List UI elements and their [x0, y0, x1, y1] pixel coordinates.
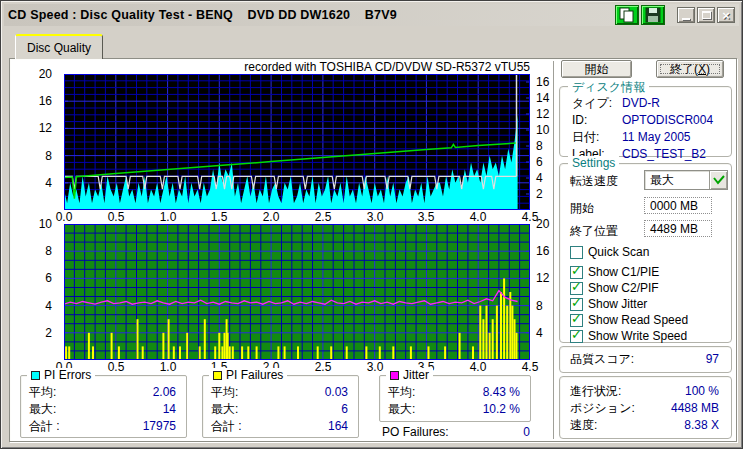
axis-tick-label: 20 [39, 67, 52, 81]
disc-info-group: ディスク情報 タイプ:DVD-R ID:OPTODISCR004 日付:11 M… [559, 86, 732, 157]
checkbox-quick-scan[interactable]: ✓ Quick Scan [570, 245, 649, 259]
checkbox-show-read-speed[interactable]: ✓ Show Read Speed [570, 313, 688, 327]
axis-tick-label: 16 [536, 75, 549, 89]
bottom-chart-left-axis: 246810 [18, 224, 58, 360]
app-window: CD Speed : Disc Quality Test - BENQ DVD … [0, 0, 743, 449]
axis-tick-label: 3.0 [367, 210, 384, 224]
disc-info-row: ID:OPTODISCR004 [560, 112, 731, 129]
end-position-label: 終了位置 [570, 223, 618, 240]
stat-row: 合計 :17975 [21, 418, 186, 435]
check-icon: ✓ [571, 328, 582, 341]
po-failures-row: PO Failures: 0 [379, 425, 534, 440]
axis-tick-label: 0.5 [108, 360, 125, 374]
minimize-icon [682, 18, 690, 20]
checkbox-show-c1-pie[interactable]: ✓ Show C1/PIE [570, 265, 659, 279]
close-button[interactable]: × [717, 7, 735, 23]
axis-tick-label: 4 [536, 326, 543, 340]
axis-tick-label: 3.0 [367, 360, 384, 374]
start-position-label: 開始 [570, 200, 594, 217]
exit-button[interactable]: 終了(X) [656, 60, 724, 78]
quality-score-row: 品質スコア: 97 [560, 351, 731, 368]
top-chart-x-axis: 0.00.51.01.52.02.53.03.54.04.5 [64, 210, 538, 223]
pi-failures-legend: PI Failures [209, 368, 287, 382]
tab-disc-quality[interactable]: Disc Quality [15, 34, 103, 59]
axis-tick-label: 2 [45, 326, 52, 340]
stat-row: 平均:8.43 % [380, 384, 530, 401]
start-position-field[interactable]: 0000 MB [644, 197, 712, 214]
axis-tick-label: 6 [536, 155, 543, 169]
pi-failures-swatch [213, 371, 222, 380]
axis-tick-label: 8 [536, 139, 543, 153]
stat-row: 最大:14 [21, 401, 186, 418]
stat-row: 平均:2.06 [21, 384, 186, 401]
quality-score-box: 品質スコア: 97 [559, 346, 732, 373]
axis-tick-label: 12 [39, 121, 52, 135]
pi-failures-box: PI Failures 平均:0.03 最大:6 合計 :164 [202, 375, 359, 438]
bottom-chart-right-axis: 48121620 [532, 224, 560, 360]
close-icon: × [722, 8, 730, 23]
speed-row: 速度:8.38 X [560, 417, 731, 434]
minimize-button[interactable] [677, 7, 695, 23]
checkbox-show-c2-pif[interactable]: ✓ Show C2/PIF [570, 281, 659, 295]
axis-tick-label: 8 [45, 244, 52, 258]
speed-label: 転送速度 [570, 173, 618, 190]
jitter-title: Jitter [403, 368, 429, 382]
axis-tick-label: 6 [45, 271, 52, 285]
disc-info-row: 日付:11 May 2005 [560, 129, 731, 146]
jitter-swatch [390, 371, 399, 380]
stat-row: 最大:6 [203, 401, 358, 418]
axis-tick-label: 8 [536, 299, 543, 313]
axis-tick-label: 1.0 [160, 360, 177, 374]
position-row: ポジション:4488 MB [560, 400, 731, 417]
pi-errors-title: PI Errors [44, 368, 91, 382]
floppy-disk-icon [643, 7, 663, 23]
chevron-down-icon[interactable] [709, 171, 727, 189]
titlebar: CD Speed : Disc Quality Test - BENQ DVD … [4, 4, 739, 26]
axis-tick-label: 4 [45, 176, 52, 190]
axis-tick-label: 4.5 [522, 360, 539, 374]
axis-tick-label: 2.0 [263, 210, 280, 224]
axis-tick-label: 10 [39, 217, 52, 231]
jitter-legend: Jitter [386, 368, 433, 382]
axis-tick-label: 0.0 [56, 210, 73, 224]
axis-tick-label: 1.5 [211, 210, 228, 224]
checkbox-show-write-speed[interactable]: ✓ Show Write Speed [570, 329, 687, 343]
axis-tick-label: 2 [536, 187, 543, 201]
axis-tick-label: 3.5 [418, 210, 435, 224]
start-button[interactable]: 開始 [561, 60, 632, 78]
top-chart-left-axis: 48121620 [18, 74, 58, 210]
maximize-button[interactable] [697, 7, 715, 23]
axis-tick-label: 2.5 [315, 360, 332, 374]
axis-tick-label: 1.0 [160, 210, 177, 224]
axis-tick-label: 12 [536, 107, 549, 121]
axis-tick-label: 4 [536, 171, 543, 185]
stat-row: 平均:0.03 [203, 384, 358, 401]
end-position-field[interactable]: 4489 MB [644, 220, 712, 237]
pi-errors-legend: PI Errors [27, 368, 95, 382]
axis-tick-label: 12 [536, 271, 549, 285]
window-controls: × [677, 7, 735, 23]
maximize-icon [702, 11, 711, 19]
top-chart-right-axis: 246810121416 [532, 74, 560, 210]
pi-errors-swatch [31, 371, 40, 380]
checkbox-show-jitter[interactable]: ✓ Show Jitter [570, 297, 647, 311]
copy-icon[interactable] [615, 5, 639, 25]
pi-errors-box: PI Errors 平均:2.06 最大:14 合計 :17975 [20, 375, 187, 438]
progress-box: 進行状況:100 % ポジション:4488 MB 速度:8.38 X [559, 376, 732, 439]
axis-tick-label: 14 [536, 91, 549, 105]
axis-tick-label: 4.0 [470, 360, 487, 374]
axis-tick-label: 4.0 [470, 210, 487, 224]
top-chart [64, 74, 530, 210]
axis-tick-label: 8 [45, 149, 52, 163]
chart-title: recorded with TOSHIBA CD/DVDW SD-R5372 v… [64, 60, 530, 74]
settings-caption: Settings [568, 156, 619, 170]
copy-pages-icon [617, 7, 637, 23]
check-icon: ✓ [571, 280, 582, 293]
save-icon[interactable] [641, 5, 665, 25]
check-icon: ✓ [571, 312, 582, 325]
check-icon: ✓ [571, 296, 582, 309]
progress-row: 進行状況:100 % [560, 383, 731, 400]
check-icon: ✓ [571, 264, 582, 277]
speed-select[interactable]: 最大 [644, 170, 728, 190]
disc-info-row: タイプ:DVD-R [560, 95, 731, 112]
